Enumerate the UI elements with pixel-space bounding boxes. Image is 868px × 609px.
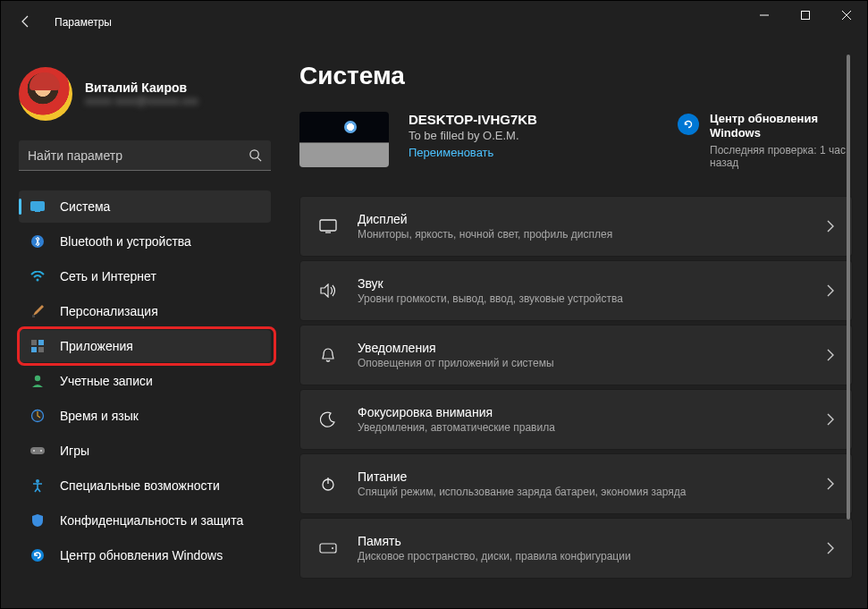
sidebar-item-personalization[interactable]: Персонализация xyxy=(19,295,271,327)
globe-clock-icon xyxy=(29,409,46,423)
accessibility-icon xyxy=(29,478,46,493)
sidebar-nav: Система Bluetooth и устройства Сеть и Ин… xyxy=(19,190,271,571)
chevron-right-icon xyxy=(827,349,834,361)
sidebar-item-accounts[interactable]: Учетные записи xyxy=(19,365,271,397)
sidebar-item-accessibility[interactable]: Специальные возможности xyxy=(19,469,271,502)
svg-rect-4 xyxy=(31,202,45,211)
card-sub: Мониторы, яркость, ночной свет, профиль … xyxy=(358,228,827,241)
settings-cards: ДисплейМониторы, яркость, ночной свет, п… xyxy=(299,196,856,579)
update-icon xyxy=(678,114,699,135)
sidebar-item-label: Bluetooth и устройства xyxy=(60,234,191,249)
hero-row: DESKTOP-IVHG7KB To be filled by O.E.M. П… xyxy=(299,112,856,169)
card-title: Уведомления xyxy=(358,341,827,355)
svg-point-2 xyxy=(250,150,258,158)
power-icon xyxy=(318,476,338,492)
close-button[interactable] xyxy=(826,1,867,30)
minimize-button[interactable] xyxy=(744,1,785,30)
brush-icon xyxy=(29,304,46,318)
display-icon xyxy=(318,219,338,233)
card-sub: Дисковое пространство, диски, правила ко… xyxy=(358,550,827,562)
rename-link[interactable]: Переименовать xyxy=(409,146,493,159)
svg-point-13 xyxy=(35,376,40,381)
card-display[interactable]: ДисплейМониторы, яркость, ночной свет, п… xyxy=(299,196,853,257)
sidebar-item-label: Центр обновления Windows xyxy=(60,548,223,562)
svg-point-17 xyxy=(40,450,42,452)
sidebar-item-time-language[interactable]: Время и язык xyxy=(19,400,271,432)
profile-name: Виталий Каиров xyxy=(85,80,198,95)
card-title: Фокусировка внимания xyxy=(358,405,827,419)
chevron-right-icon xyxy=(827,413,834,426)
scrollbar[interactable] xyxy=(847,55,850,520)
sidebar-item-privacy[interactable]: Конфиденциальность и защита xyxy=(19,504,271,537)
svg-rect-9 xyxy=(31,340,37,345)
sidebar-item-label: Персонализация xyxy=(60,304,158,318)
person-icon xyxy=(29,374,46,388)
search-icon xyxy=(249,148,262,162)
svg-rect-10 xyxy=(38,340,44,345)
shield-icon xyxy=(29,513,46,528)
card-title: Память xyxy=(358,534,827,548)
sidebar-item-label: Игры xyxy=(60,444,89,458)
card-sub: Оповещения от приложений и системы xyxy=(358,357,827,369)
main-content: Система DESKTOP-IVHG7KB To be filled by … xyxy=(278,44,867,608)
card-sound[interactable]: ЗвукУровни громкости, вывод, ввод, звуко… xyxy=(299,260,853,321)
card-title: Питание xyxy=(358,469,827,484)
sidebar-item-label: Система xyxy=(60,199,110,214)
chevron-right-icon xyxy=(827,542,834,554)
card-focus-assist[interactable]: Фокусировка вниманияУведомления, автомат… xyxy=(299,389,853,450)
card-power[interactable]: ПитаниеСпящий режим, использование заряд… xyxy=(299,453,853,514)
page-title: Система xyxy=(299,62,856,90)
sidebar-item-bluetooth[interactable]: Bluetooth и устройства xyxy=(19,225,271,258)
sidebar-item-network[interactable]: Сеть и Интернет xyxy=(19,260,271,292)
card-sub: Уведомления, автоматические правила xyxy=(358,421,827,434)
card-storage[interactable]: ПамятьДисковое пространство, диски, прав… xyxy=(299,518,853,579)
titlebar: Параметры xyxy=(1,1,867,44)
svg-point-7 xyxy=(37,279,39,282)
svg-rect-11 xyxy=(31,347,37,352)
sidebar-item-label: Учетные записи xyxy=(60,374,153,388)
storage-icon xyxy=(318,543,338,554)
sidebar-item-label: Сеть и Интернет xyxy=(60,269,156,283)
window-title: Параметры xyxy=(55,16,112,29)
sidebar: Виталий Каиров xxxxx xxxx@xxxxxx.xxx Сис… xyxy=(1,44,278,608)
svg-rect-5 xyxy=(35,211,40,212)
sidebar-item-apps[interactable]: Приложения xyxy=(19,330,271,362)
device-name: DESKTOP-IVHG7KB xyxy=(409,112,658,127)
bluetooth-icon xyxy=(29,234,46,249)
profile-email: xxxxx xxxx@xxxxxx.xxx xyxy=(85,95,198,107)
back-icon[interactable] xyxy=(19,14,35,30)
svg-rect-15 xyxy=(30,447,45,454)
card-notifications[interactable]: УведомленияОповещения от приложений и си… xyxy=(299,325,853,385)
sidebar-item-gaming[interactable]: Игры xyxy=(19,435,271,467)
svg-rect-8 xyxy=(32,315,35,317)
sidebar-item-label: Специальные возможности xyxy=(60,478,220,493)
gamepad-icon xyxy=(29,445,46,456)
card-title: Звук xyxy=(358,276,827,291)
update-title: Центр обновления Windows xyxy=(710,112,856,141)
apps-icon xyxy=(29,339,46,353)
search-input[interactable] xyxy=(28,148,249,163)
svg-rect-24 xyxy=(320,544,336,553)
svg-line-3 xyxy=(257,157,261,161)
profile[interactable]: Виталий Каиров xxxxx xxxx@xxxxxx.xxx xyxy=(19,44,271,140)
svg-rect-12 xyxy=(38,347,44,352)
sidebar-item-system[interactable]: Система xyxy=(19,190,271,223)
desktop-thumbnail[interactable] xyxy=(299,112,389,167)
bell-icon xyxy=(318,347,338,363)
sound-icon xyxy=(318,283,338,298)
windows-update-tile[interactable]: Центр обновления Windows Последняя прове… xyxy=(678,112,856,169)
card-sub: Спящий режим, использование заряда батар… xyxy=(358,486,827,498)
device-info: DESKTOP-IVHG7KB To be filled by O.E.M. П… xyxy=(409,112,658,160)
update-icon xyxy=(29,548,46,562)
chevron-right-icon xyxy=(827,284,834,297)
wifi-icon xyxy=(29,271,46,282)
sidebar-item-windows-update[interactable]: Центр обновления Windows xyxy=(19,539,271,571)
sidebar-item-label: Время и язык xyxy=(60,409,139,423)
settings-window: Параметры Виталий Каиров xxxxx xxxx@xxxx… xyxy=(0,0,868,609)
search-box[interactable] xyxy=(19,140,271,171)
sidebar-item-label: Конфиденциальность и защита xyxy=(60,513,243,528)
maximize-button[interactable] xyxy=(785,1,826,30)
display-icon xyxy=(29,201,46,212)
window-controls xyxy=(744,1,867,30)
moon-icon xyxy=(318,411,338,427)
